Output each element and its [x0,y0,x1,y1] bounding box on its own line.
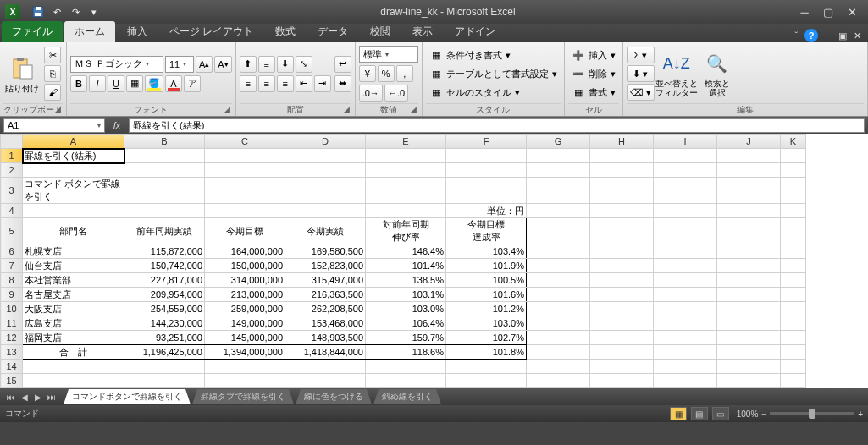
cell-G4[interactable] [527,204,590,218]
cell-A1[interactable]: 罫線を引く(結果) [23,149,124,163]
cell-H6[interactable] [590,244,654,259]
cell-E10[interactable]: 103.0% [366,302,446,316]
cell-K9[interactable] [781,288,806,302]
tab-addin[interactable]: アドイン [445,21,506,42]
cell-E13[interactable]: 118.6% [366,345,446,360]
italic-button[interactable]: I [89,75,106,92]
cell-A13[interactable]: 合 計 [23,345,124,360]
sheet-first-button[interactable]: ⏮ [5,393,17,402]
cell-C11[interactable]: 149,000,000 [205,316,285,331]
sort-filter-button[interactable]: A↓Z 並べ替えと フィルター [658,45,695,102]
row-header-9[interactable]: 9 [1,288,23,302]
cell-K2[interactable] [781,163,806,178]
row-header-1[interactable]: 1 [1,149,23,163]
cell-H8[interactable] [590,273,654,288]
cell-H2[interactable] [590,163,654,178]
cell-B8[interactable]: 227,817,000 [124,273,205,288]
clipboard-launcher[interactable]: ◢ [55,105,61,113]
cell-G3[interactable] [527,178,590,204]
cell-A14[interactable] [23,360,124,374]
cell-I11[interactable] [654,316,717,331]
cell-D15[interactable] [285,374,366,388]
row-header-15[interactable]: 15 [1,374,23,388]
number-launcher[interactable]: ◢ [411,105,417,113]
sheet-next-button[interactable]: ▶ [32,393,44,402]
cell-E1[interactable] [366,149,446,163]
cell-B13[interactable]: 1,196,425,000 [124,345,205,360]
cell-G12[interactable] [527,331,590,345]
cell-J6[interactable] [717,244,781,259]
cell-B10[interactable]: 254,559,000 [124,302,205,316]
cell-F12[interactable]: 102.7% [446,331,527,345]
col-header-F[interactable]: F [446,135,527,149]
cell-D5[interactable]: 今期実績 [285,218,366,244]
cell-I5[interactable] [654,218,717,244]
align-left-button[interactable]: ≡ [240,75,257,92]
view-layout-button[interactable]: ▤ [691,407,708,420]
font-color-button[interactable]: A [165,75,182,92]
mdi-close[interactable]: ✕ [854,30,861,41]
cell-H10[interactable] [590,302,654,316]
cell-A9[interactable]: 名古屋支店 [23,288,124,302]
zoom-out-button[interactable]: − [761,409,766,419]
find-select-button[interactable]: 🔍 検索と 選択 [699,45,736,102]
align-bottom-button[interactable]: ⬇ [277,56,294,73]
align-launcher[interactable]: ◢ [344,105,350,113]
cell-I14[interactable] [654,360,717,374]
cell-G11[interactable] [527,316,590,331]
cell-D3[interactable] [285,178,366,204]
cell-J7[interactable] [717,259,781,273]
cell-K8[interactable] [781,273,806,288]
cell-I8[interactable] [654,273,717,288]
view-pagebreak-button[interactable]: ▭ [712,407,729,420]
clear-button[interactable]: ⌫ ▾ [627,84,655,101]
cell-F2[interactable] [446,163,527,178]
row-header-10[interactable]: 10 [1,302,23,316]
qat-more-icon[interactable]: ▾ [86,3,102,20]
cell-K3[interactable] [781,178,806,204]
cell-G10[interactable] [527,302,590,316]
cell-D10[interactable]: 262,208,500 [285,302,366,316]
cell-styles-button[interactable]: ▦セルのスタイル ▾ [426,84,561,101]
formula-input[interactable]: 罫線を引く(結果) [129,118,865,133]
cell-F8[interactable]: 100.5% [446,273,527,288]
tab-view[interactable]: 表示 [402,21,443,42]
col-header-A[interactable]: A [23,135,124,149]
cell-H4[interactable] [590,204,654,218]
cell-F1[interactable] [446,149,527,163]
cell-I1[interactable] [654,149,717,163]
cell-E12[interactable]: 159.7% [366,331,446,345]
cell-K4[interactable] [781,204,806,218]
cell-C12[interactable]: 145,000,000 [205,331,285,345]
cell-E7[interactable]: 101.4% [366,259,446,273]
sheet-tab-4[interactable]: 斜め線を引く [373,389,441,404]
cell-C2[interactable] [205,163,285,178]
align-center-button[interactable]: ≡ [258,75,275,92]
fill-button[interactable]: ⬇ ▾ [627,65,655,82]
cell-C15[interactable] [205,374,285,388]
cell-J11[interactable] [717,316,781,331]
cell-J13[interactable] [717,345,781,360]
decrease-font-button[interactable]: A▾ [214,56,231,73]
cell-J12[interactable] [717,331,781,345]
cell-E14[interactable] [366,360,446,374]
sheet-tab-2[interactable]: 罫線タブで罫線を引く [192,389,294,404]
cell-G1[interactable] [527,149,590,163]
cell-G13[interactable] [527,345,590,360]
cell-H15[interactable] [590,374,654,388]
decrease-indent-button[interactable]: ⇤ [296,75,312,92]
cell-B11[interactable]: 144,230,000 [124,316,205,331]
cell-H12[interactable] [590,331,654,345]
row-header-3[interactable]: 3 [1,178,23,204]
row-header-11[interactable]: 11 [1,316,23,331]
cell-I10[interactable] [654,302,717,316]
col-header-C[interactable]: C [205,135,285,149]
cell-F14[interactable] [446,360,527,374]
cell-F10[interactable]: 101.2% [446,302,527,316]
cell-B7[interactable]: 150,742,000 [124,259,205,273]
col-header-B[interactable]: B [124,135,205,149]
cell-B15[interactable] [124,374,205,388]
cell-E2[interactable] [366,163,446,178]
maximize-button[interactable]: ▢ [821,4,836,19]
col-header-D[interactable]: D [285,135,366,149]
